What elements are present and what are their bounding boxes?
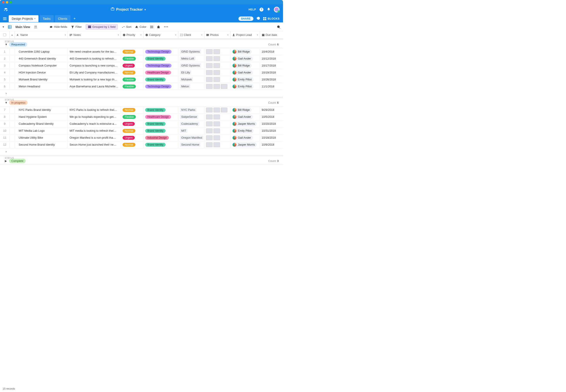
cell-priority[interactable]: Normal — [121, 127, 143, 134]
photo-thumbnail[interactable] — [206, 56, 212, 61]
cell-notes[interactable]: Compass is launching a new compu… — [68, 62, 121, 69]
help-icon[interactable]: ? — [259, 8, 263, 12]
cell-category[interactable]: Healthcare Design — [143, 113, 178, 120]
cell-priority[interactable]: Urgent — [121, 120, 143, 127]
base-title-caret-icon[interactable]: ▾ — [144, 8, 146, 11]
cell-category[interactable]: Brand Identity — [143, 107, 178, 113]
cell-priority[interactable]: Normal — [121, 141, 143, 148]
photo-thumbnail[interactable] — [206, 114, 212, 119]
group-toggle-icon[interactable]: ▼ — [5, 101, 7, 104]
column-header-name[interactable]: A Name▾ — [15, 31, 68, 39]
photo-thumbnail[interactable] — [206, 77, 212, 82]
cell-lead[interactable]: Gail Ander — [230, 69, 260, 76]
zoom-window-dot[interactable] — [10, 1, 12, 3]
view-name[interactable]: Main View — [15, 25, 30, 29]
group-toggle-icon[interactable]: ▼ — [5, 43, 7, 46]
cell-notes[interactable]: 443 Greenwich is looking to refresh… — [68, 55, 121, 62]
cell-photos[interactable] — [204, 83, 230, 90]
table-row[interactable]: 3 Compass Notebook Computer Compass is l… — [0, 62, 283, 69]
add-table-tab-button[interactable]: ＋ — [72, 16, 77, 22]
table-tab[interactable]: Clients — [55, 15, 71, 22]
cell-priority[interactable]: Urgent — [121, 62, 143, 69]
cell-notes[interactable]: Oregon Manifest is a non-profit tha… — [68, 134, 121, 141]
cell-lead[interactable]: Emily Pillot — [230, 127, 260, 134]
photo-thumbnail[interactable] — [206, 135, 212, 140]
cell-priority[interactable]: Normal — [121, 48, 143, 55]
blocks-button[interactable]: BLOCKS — [263, 17, 280, 20]
photo-thumbnail[interactable] — [213, 77, 220, 82]
cell-lead[interactable]: Jasper Morris — [230, 141, 260, 148]
cell-notes[interactable]: NYC Parks is looking to refresh thei… — [68, 107, 121, 113]
cell-client[interactable]: GRiD Systems — [178, 48, 204, 55]
cell-notes[interactable]: We need creative assets for the lau… — [68, 48, 121, 55]
cell-priority[interactable]: Flexible — [121, 83, 143, 90]
cell-photos[interactable] — [204, 113, 230, 120]
cell-photos[interactable] — [204, 48, 230, 55]
cell-photos[interactable] — [204, 55, 230, 62]
table-tab[interactable]: Design Projects▾ — [9, 15, 39, 22]
photo-thumbnail[interactable] — [206, 142, 212, 147]
cell-notes[interactable]: Eli Lilly and Company manufactures… — [68, 69, 121, 76]
cell-client[interactable]: GRiD Systems — [178, 62, 204, 69]
close-window-dot[interactable] — [2, 1, 5, 3]
table-row[interactable]: 12 Second Home Brand Identity Secon Home… — [0, 141, 283, 148]
cell-due[interactable]: 10/20/2018 — [260, 120, 282, 127]
photo-thumbnail[interactable] — [213, 128, 220, 133]
cell-category[interactable]: Industrial Design — [143, 134, 178, 141]
cell-category[interactable]: Brand Identity — [143, 55, 178, 62]
color-button[interactable]: Color — [135, 25, 146, 28]
cell-notes[interactable]: Mohawk is looking for a new logo th… — [68, 76, 121, 83]
column-header-client[interactable]: Client▾ — [178, 31, 204, 39]
cell-name[interactable]: HGH Injection Device — [15, 69, 68, 76]
cell-notes[interactable]: MIT media is looking to refresh thei… — [68, 127, 121, 134]
cell-client[interactable]: SwipeSense — [178, 113, 204, 120]
photo-thumbnail[interactable] — [206, 122, 212, 126]
column-header-photos[interactable]: Photos▾ — [204, 31, 230, 39]
sort-button[interactable]: Sort — [122, 25, 131, 28]
photo-thumbnail[interactable] — [213, 56, 220, 61]
cell-name[interactable]: NYC Parks Brand Identity — [15, 107, 68, 113]
table-row[interactable]: 10 MIT Media Lab Logo MIT media is looki… — [0, 127, 283, 134]
search-icon[interactable] — [277, 25, 280, 29]
cell-priority[interactable]: Normal — [121, 107, 143, 113]
cell-priority[interactable]: Flexible — [121, 76, 143, 83]
photo-thumbnail[interactable] — [213, 63, 220, 68]
user-avatar[interactable] — [274, 7, 280, 12]
cell-category[interactable]: Brand Identity — [143, 120, 178, 127]
photo-thumbnail[interactable] — [213, 70, 220, 75]
filter-button[interactable]: Filter — [71, 25, 82, 28]
base-title[interactable]: Project Tracker — [116, 7, 143, 12]
cell-lead[interactable]: Bill Ridge — [230, 62, 260, 69]
photo-thumbnail[interactable] — [213, 135, 220, 140]
add-row-button[interactable]: ＋ — [0, 90, 283, 97]
photo-thumbnail[interactable] — [206, 70, 212, 75]
cell-lead[interactable]: Emily Pillot — [230, 76, 260, 83]
cell-name[interactable]: Convertible 2260 Laptop — [15, 48, 68, 55]
photo-thumbnail[interactable] — [206, 84, 212, 89]
cell-name[interactable]: Melon Headband — [15, 83, 68, 90]
photo-thumbnail[interactable] — [213, 122, 220, 126]
history-icon[interactable] — [256, 16, 260, 21]
cell-client[interactable]: Second Home — [178, 141, 204, 148]
cell-photos[interactable] — [204, 127, 230, 134]
table-row[interactable]: 4 HGH Injection Device Eli Lilly and Com… — [0, 69, 283, 76]
photo-thumbnail[interactable] — [206, 108, 212, 112]
table-row[interactable]: 9 Codecademy Brand Identity Codecademy's… — [0, 120, 283, 127]
cell-due[interactable]: 10/9/2018 — [260, 141, 282, 148]
table-tab[interactable]: Tasks — [40, 15, 54, 22]
photo-thumbnail[interactable] — [213, 108, 220, 112]
cell-photos[interactable] — [204, 76, 230, 83]
cell-client[interactable]: NYC Parks — [178, 107, 204, 113]
cell-name[interactable]: 443 Greenwich Brand Identity — [15, 55, 68, 62]
column-header-priority[interactable]: Priority▾ — [121, 31, 143, 39]
app-logo-icon[interactable] — [3, 8, 8, 12]
table-row[interactable]: 7 NYC Parks Brand Identity NYC Parks is … — [0, 107, 283, 113]
group-header[interactable]: ▼ STATUS Requested Count 6 — [0, 39, 283, 48]
cell-photos[interactable] — [204, 69, 230, 76]
cell-client[interactable]: Codecademy — [178, 120, 204, 127]
cell-priority[interactable]: Flexible — [121, 55, 143, 62]
cell-client[interactable]: Mohawk — [178, 76, 204, 83]
more-options-icon[interactable]: ••• — [164, 25, 169, 28]
sidebar-menu-icon[interactable] — [2, 16, 7, 21]
column-header-lead[interactable]: Project Lead▾ — [230, 31, 260, 39]
